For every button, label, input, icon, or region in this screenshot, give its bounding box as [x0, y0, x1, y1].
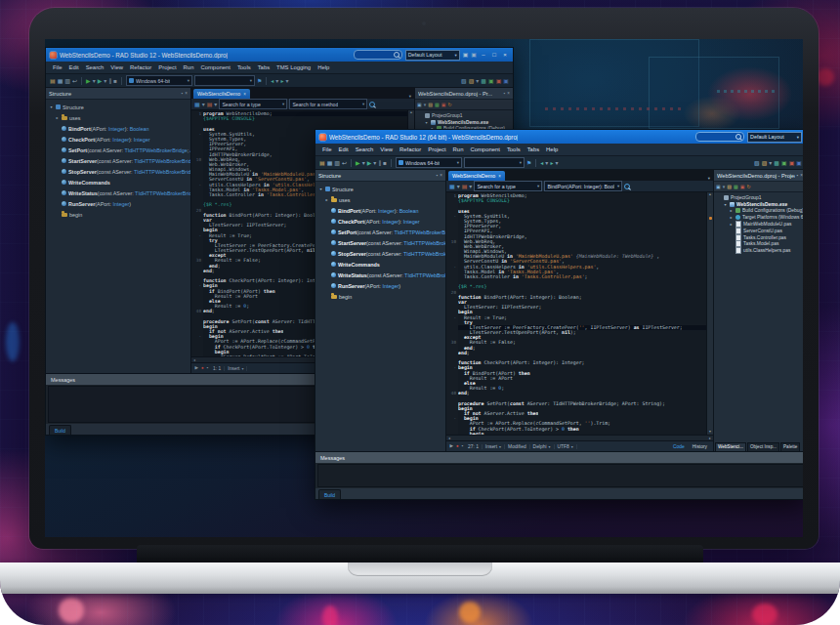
back-uses-view-icon[interactable]: ▤: [207, 102, 213, 107]
build-project-icon[interactable]: ▩: [435, 103, 440, 107]
front-debug-dropdown-icon[interactable]: ▾: [373, 160, 376, 166]
front-menu-component[interactable]: Component: [470, 146, 499, 152]
expand-icon[interactable]: ▸: [55, 115, 60, 120]
back-projects-tree-item[interactable]: ProjectGroup1: [415, 112, 513, 119]
back-run-debug-icon[interactable]: ▶: [98, 78, 103, 84]
insert-mode[interactable]: Insert▾: [483, 444, 505, 449]
back-structure-tree-item[interactable]: CheckPort(APort: Integer): Integer: [46, 134, 190, 145]
scroll-up-icon[interactable]: ▴: [410, 110, 412, 115]
modified-flag[interactable]: Modified: [505, 444, 530, 449]
front-uses-dropdown-icon[interactable]: ▾: [469, 184, 472, 189]
back-minimize-button[interactable]: –: [480, 52, 487, 58]
back-deploy-icon[interactable]: ▩: [481, 78, 486, 84]
front-projects-tree-item[interactable]: ▸Target Platforms (Windows 64-bit): [714, 214, 803, 221]
front-pause-icon[interactable]: ∥: [378, 160, 381, 166]
back-structure-tree-item[interactable]: ▸uses: [46, 112, 190, 123]
back-getit-icon[interactable]: ▧: [461, 78, 467, 84]
expand-icon[interactable]: ▾: [49, 104, 54, 109]
front-compile-icon[interactable]: ▣: [781, 160, 787, 166]
search-icon[interactable]: [624, 184, 630, 189]
front-menu-view[interactable]: View: [380, 146, 393, 152]
pin-icon[interactable]: ▪: [437, 173, 439, 178]
back-open-project-icon[interactable]: ▨: [469, 78, 475, 84]
front-projects-tree-item[interactable]: ProjectGroup1: [714, 194, 803, 201]
pin-icon[interactable]: ▪: [797, 173, 799, 178]
back-structure-tree-item[interactable]: BindPort(APort: Integer): Boolean: [46, 123, 190, 134]
refresh-icon[interactable]: ↻: [746, 185, 750, 189]
activate-project-icon[interactable]: ▣: [716, 185, 721, 189]
front-stop-icon[interactable]: ■: [383, 160, 387, 166]
code-line[interactable]: begin: [446, 432, 707, 435]
front-dock-tab-0[interactable]: WebStenci...: [715, 442, 746, 452]
expand-icon[interactable]: ▸: [729, 222, 734, 227]
back-menu-tabs[interactable]: Tabs: [258, 64, 270, 70]
front-structure-tree-item[interactable]: SetPort(const AServer: TIdHTTPWebBrokerB…: [315, 227, 445, 237]
back-nav-back-dropdown-icon[interactable]: ▾: [275, 78, 278, 84]
close-icon[interactable]: ×: [243, 92, 246, 97]
front-structure-tree-item[interactable]: begin: [315, 291, 445, 302]
pin-icon[interactable]: ▪: [182, 91, 184, 96]
front-module-dropdown-icon[interactable]: ▾: [457, 184, 460, 189]
front-menu-file[interactable]: File: [322, 146, 332, 152]
close-icon[interactable]: ×: [440, 173, 442, 178]
expand-icon[interactable]: ▾: [723, 202, 728, 207]
expand-icon[interactable]: ▸: [729, 215, 734, 220]
back-structure-tree-item[interactable]: SetPort(const AServer: TIdHTTPWebBrokerB…: [46, 145, 190, 155]
back-nav-forward-dropdown-icon[interactable]: ▾: [285, 78, 288, 84]
front-flag-icon[interactable]: ⚑: [526, 160, 531, 166]
scroll-down-icon[interactable]: ▾: [709, 430, 711, 435]
front-dock-tab-1[interactable]: Object Insp...: [747, 442, 779, 452]
back-debug-dropdown-icon[interactable]: ▾: [104, 78, 106, 84]
back-new-items-icon[interactable]: ▤: [50, 78, 56, 84]
front-nav-forward-dropdown-icon[interactable]: ▾: [555, 160, 558, 166]
front-getit-icon[interactable]: ▧: [754, 160, 760, 166]
dropdown-icon[interactable]: ▾: [723, 185, 726, 189]
front-titlebar-search-input[interactable]: [695, 132, 744, 142]
front-structure-tree-item[interactable]: StartServer(const AServer: TIdHTTPWebBro…: [315, 237, 445, 248]
front-menu-project[interactable]: Project: [428, 146, 445, 152]
editor-view-tab-history[interactable]: History: [689, 444, 711, 449]
back-sync-icon[interactable]: ▣: [503, 78, 509, 84]
back-search-type-combo[interactable]: Search for a type▾: [219, 99, 287, 109]
front-menu-refactor[interactable]: Refactor: [399, 146, 421, 152]
front-projects-tree-item[interactable]: Tasks.Model.pas: [714, 241, 803, 248]
front-menu-run[interactable]: Run: [453, 146, 464, 152]
front-projects-tree-item[interactable]: Tasks.Controller.pas: [714, 234, 803, 241]
close-icon[interactable]: ×: [498, 174, 501, 179]
front-run-icon[interactable]: ▶: [356, 160, 360, 166]
back-module-dropdown-icon[interactable]: ▾: [202, 102, 205, 107]
back-maximize-button[interactable]: □: [490, 52, 498, 58]
pin-icon[interactable]: ▪: [504, 91, 506, 96]
front-projects-tree-item[interactable]: utils.ClassHelpers.pas: [714, 247, 803, 254]
back-desktop-save-icon[interactable]: ▣: [463, 52, 469, 58]
front-structure-tree-item[interactable]: ▸uses: [315, 194, 445, 205]
back-menu-run[interactable]: Run: [184, 64, 194, 70]
front-messages-tab-build[interactable]: Build: [318, 489, 341, 499]
back-save-icon[interactable]: ▥: [64, 78, 70, 84]
front-target-platform-combo[interactable]: Windows 64-bit▾: [396, 157, 462, 168]
front-structure-tree-item[interactable]: StopServer(const AServer: TIdHTTPWebBrok…: [315, 248, 445, 259]
close-icon[interactable]: ×: [800, 173, 803, 178]
back-menu-project[interactable]: Project: [158, 64, 176, 70]
front-save-icon[interactable]: ▥: [334, 160, 340, 166]
remove-icon[interactable]: ▣: [441, 103, 446, 107]
back-messages-tab-build[interactable]: Build: [49, 425, 71, 435]
back-structure-tree-item[interactable]: begin: [46, 209, 190, 220]
back-titlebar-search-input[interactable]: [354, 50, 402, 60]
back-build-icon[interactable]: ▣: [496, 78, 502, 84]
front-editor-tab-webstencilsdemo[interactable]: WebStencilsDemo×: [448, 171, 505, 181]
back-open-file-icon[interactable]: ▦: [58, 78, 63, 84]
back-structure-tree-item[interactable]: RunServer(APort: Integer): [46, 198, 190, 209]
back-structure-tree-item[interactable]: StartServer(const AServer: TIdHTTPWebBro…: [46, 155, 190, 166]
back-editor-tab-webstencilsdemo[interactable]: WebStencilsDemo×: [193, 89, 250, 99]
back-pause-icon[interactable]: ∥: [108, 78, 111, 84]
front-structure-tree-item[interactable]: RunServer(APort: Integer): [315, 280, 445, 291]
front-run-dropdown-icon[interactable]: ▾: [362, 160, 365, 166]
front-config-combo[interactable]: ▾: [464, 157, 525, 168]
expand-icon[interactable]: ▾: [424, 120, 429, 125]
front-sync-icon[interactable]: ▣: [796, 160, 802, 166]
build-project-icon[interactable]: ▩: [734, 185, 738, 189]
back-desktop-set-icon[interactable]: ▣: [471, 52, 477, 58]
back-menu-help[interactable]: Help: [317, 64, 329, 70]
back-menu-edit[interactable]: Edit: [69, 64, 79, 70]
